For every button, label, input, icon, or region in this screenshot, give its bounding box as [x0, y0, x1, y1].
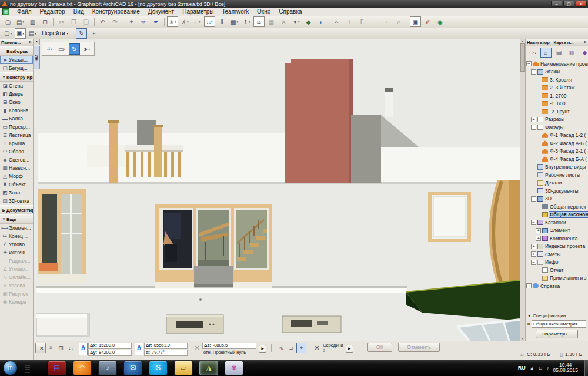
print-icon[interactable]: ⊟▾ [39, 16, 51, 27]
tree-help[interactable]: +Справка [526, 282, 588, 290]
info-box-tab-label[interactable]: Ин [34, 46, 40, 69]
grid-columns-icon[interactable]: ‖▾ [216, 16, 228, 27]
taskbar-keepass-icon[interactable]: ▤ [48, 361, 66, 375]
menu-document[interactable]: Документ [144, 8, 178, 16]
tree-toggle-icon[interactable]: − [531, 260, 536, 265]
app-menu-icon[interactable]: ▦ [2, 8, 9, 15]
tool-curtain-wall[interactable]: ▦Навесн... [0, 164, 33, 172]
tree-elevation-2[interactable]: Ф-2 Фасад А-Б ( [526, 139, 588, 147]
paste-icon[interactable]: ❏▾ [81, 16, 92, 27]
expand-arrow-icon[interactable]: ▶ [259, 345, 266, 352]
tool-light-source[interactable]: ☀Источн... [0, 249, 33, 257]
explore-walk-icon[interactable]: ⌁▾ [88, 28, 99, 39]
toolbox-title[interactable]: Панель... ✕ [0, 39, 33, 46]
tool-end-point[interactable]: ↦Конец ... [0, 232, 33, 240]
orbit-icon[interactable]: ↻▸ [69, 43, 80, 55]
settings-button[interactable]: Параметры... [536, 330, 577, 338]
tool-zone[interactable]: ◩Зона [0, 189, 33, 197]
tree-3d-documents[interactable]: 3D-документы [526, 187, 588, 195]
distance-field[interactable]: Δr:85561,0 [144, 343, 188, 349]
drawing-area-3d-view[interactable]: ✕ Ин ⌗▸▭▸↻▸➤▸ ▲ ▼ [34, 39, 525, 341]
tray-volume-icon[interactable]: ♪ [546, 365, 549, 371]
tracker-close-button[interactable]: ✕ [35, 343, 46, 353]
frame-display-icon[interactable]: ▣▾ [410, 16, 421, 27]
tree-project-indexes[interactable]: +Индексы проекта [526, 243, 588, 251]
tree-elevation-1[interactable]: Ф-1 Фасад 1-2 ( [526, 132, 588, 140]
tree-toggle-icon[interactable]: + [536, 228, 541, 233]
tree-schedules[interactable]: +Сметы [526, 250, 588, 258]
close-icon[interactable]: ✕ [34, 39, 40, 45]
find-select-icon[interactable]: ⌖▾ [126, 16, 137, 27]
tool-morph[interactable]: △Морф [0, 172, 33, 180]
cursor-snap-icon[interactable]: ⌖ [296, 343, 306, 353]
dy-field[interactable]: Δy:84200,0 [88, 350, 132, 356]
close-icon[interactable]: ✕ [28, 40, 32, 45]
fillet-icon[interactable]: Γ▾ [356, 16, 368, 27]
delta-ra-toggle-icon[interactable]: Δ [135, 343, 143, 355]
layers-icon[interactable]: ▩▾ [229, 16, 240, 27]
open-icon[interactable]: ▤▾ [15, 16, 26, 27]
tool-wall[interactable]: ◪Стена [0, 82, 33, 90]
tray-up-arrow-icon[interactable]: ▲ [530, 365, 534, 371]
scrollbar-thumb[interactable] [520, 43, 525, 72]
vertical-scrollbar[interactable]: ▲ ▼ [520, 39, 525, 341]
transfer-parameters-icon[interactable]: ✒▾ [151, 16, 162, 27]
adjust-icon[interactable]: ⊥▾ [344, 16, 355, 27]
roof-level-icon[interactable]: ⌂▾ [393, 16, 405, 27]
grid-snap-icon[interactable]: ⊞ [56, 343, 66, 353]
menu-window[interactable]: Окно [253, 8, 275, 16]
angle-field[interactable]: α:79,77° [144, 350, 188, 356]
dz-field[interactable]: Δz:-8885,5 [202, 343, 256, 349]
tree-toggle-icon[interactable]: − [531, 196, 536, 202]
menu-options[interactable]: Параметры [178, 8, 218, 16]
tool-door[interactable]: ◧Дверь [0, 90, 33, 98]
cancel-button[interactable]: Отменить [398, 343, 440, 352]
pick-parameters-icon[interactable]: ✑▾ [138, 16, 149, 27]
tree-toggle-icon[interactable]: + [531, 251, 536, 257]
language-indicator[interactable]: RU [518, 365, 526, 371]
toolbox-header-selection[interactable]: Выборка [0, 46, 33, 56]
tree-elevation-4[interactable]: Ф-4 Фасад Б-А ( [526, 155, 588, 163]
trace-reference-icon[interactable]: ≋▾ [253, 16, 265, 27]
view-map-icon[interactable]: ▤▸ [553, 48, 564, 58]
cut-icon[interactable]: ✂▾ [56, 16, 67, 27]
tool-roof[interactable]: ⌂Крыша [0, 139, 33, 147]
snap-expand-icon[interactable]: ▶ [346, 345, 353, 352]
tool-spline[interactable]: ∿Сплайн... [0, 273, 33, 281]
tree-perspective[interactable]: Общая перспек [526, 203, 588, 211]
tree-story-600[interactable]: -1. 600 [526, 100, 588, 108]
tree-elevations[interactable]: −Фасады [526, 123, 588, 132]
arrow-tool-icon[interactable]: ➤▸ [81, 43, 92, 55]
tree-stories[interactable]: −Этажи [526, 68, 588, 76]
taskbar-skype-icon[interactable]: S [149, 361, 168, 375]
collapse-arrow-icon[interactable]: ▼ [527, 314, 531, 318]
dx-field[interactable]: Δx:15200,0 [88, 343, 132, 349]
tree-details[interactable]: Детали [526, 179, 588, 187]
split-icon[interactable]: ✁▾ [332, 16, 343, 27]
tool-camera[interactable]: ◉Камера [0, 298, 33, 306]
arc-modify-icon[interactable]: ⌒▾ [369, 16, 380, 27]
tool-marquee[interactable]: ▢Бегущ... [0, 64, 33, 72]
tool-slab[interactable]: ▭Перекр... [0, 123, 33, 131]
tracker-options-icon[interactable]: ⌗ [46, 343, 56, 353]
tree-sections[interactable]: +Разрезы [526, 116, 588, 124]
taskbar-paint-icon[interactable]: ✾ [225, 361, 243, 375]
tree-toggle-icon[interactable]: − [531, 220, 536, 225]
tool-picture[interactable]: ▣Рисунок [0, 290, 33, 298]
tree-elevation-3[interactable]: Ф-3 Фасад 2-1 ( [526, 147, 588, 156]
schedule-icon[interactable]: ▦▾ [266, 16, 277, 27]
taskbar-volume-icon[interactable]: ♪ [98, 361, 117, 375]
reference-level-label[interactable]: отн. Проектный нуль [202, 350, 256, 355]
tool-stair[interactable]: ≣Лестница [0, 131, 33, 139]
tool-node[interactable]: ∗Узлова... [0, 281, 33, 290]
tree-project[interactable]: −Наименование проекта [526, 60, 588, 68]
menu-edit[interactable]: Редактор [36, 8, 69, 16]
tree-3d[interactable]: −3D [526, 195, 588, 203]
project-chooser-icon[interactable]: ⇨▸ [527, 48, 539, 58]
tool-angle-dimension-2[interactable]: ∠Углово... [0, 265, 33, 273]
menu-file[interactable]: Файл [13, 8, 36, 16]
clock[interactable]: 10:44 05.08.2015 [553, 362, 578, 373]
quick-views-icon[interactable]: ▢▾ [2, 28, 14, 39]
measure-icon[interactable]: ∡▾ [179, 16, 191, 27]
menu-design[interactable]: Конструирование [88, 8, 144, 16]
